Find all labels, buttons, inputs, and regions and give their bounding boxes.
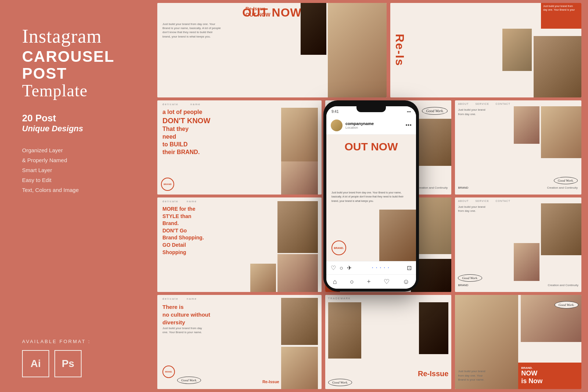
r4c3-body: Just build your brand from day one. Your… — [458, 369, 487, 382]
r3c3-good-work: Good Work. — [458, 274, 482, 282]
r4c1-photo2 — [281, 347, 318, 389]
r3c3-contact: CONTACT — [495, 200, 510, 202]
r3c3-bottom-row: BRAND Creation and Continuity — [458, 284, 578, 287]
r4c2-photo2 — [419, 302, 448, 354]
r4c3-good-work-oval: Good Work. — [555, 301, 578, 309]
r2c2-good-work: Good Work. — [422, 107, 448, 115]
r4c2-re-issue: Re-Issue — [418, 370, 448, 378]
r4c3-now-is-now: NOWis Now — [521, 370, 578, 385]
r2c1-name: name — [190, 103, 201, 106]
r4c3-brand-now-box: BRAND. NOWis Now — [518, 363, 581, 389]
r4c3-good-work: Good Work. — [555, 301, 578, 309]
r2c3-body: Just build your brand from day one. — [458, 108, 487, 117]
title-carousel: CAROUSEL POST — [22, 48, 136, 82]
r3c3-photo1 — [541, 203, 581, 255]
card-r1c2: Just build your brand fromday one. Your … — [390, 3, 581, 97]
sidebar-title-area: Instagram CAROUSEL POST Template 20 Post… — [22, 26, 136, 195]
card-r3c3: ABOUT SERVICE CONTACT Just build your br… — [455, 197, 581, 292]
ig-heart-icon[interactable]: ♡ — [331, 264, 336, 271]
r2c1-photo2 — [281, 161, 318, 195]
r2c3-bottom-row: BRAND Creation and Continuity — [458, 186, 578, 189]
ig-profile-icon[interactable]: ☺ — [403, 278, 409, 286]
ig-brand-stamp: BRAND. — [331, 240, 346, 255]
r4c1-brand-label: BRAND. — [165, 371, 172, 373]
r3c3-creation: Creation and Continuity — [548, 284, 578, 287]
feature-4: Text, Colors and Image — [22, 185, 136, 195]
r1c2-orange-bar: Just build your brand fromday one. Your … — [541, 3, 581, 29]
ig-user-info: companyname Location — [345, 121, 374, 129]
ig-comment-icon[interactable]: ○ — [340, 265, 343, 271]
r3c1-photo2 — [277, 254, 318, 292]
ig-bookmark-icon[interactable]: ⊡ — [407, 264, 412, 271]
r2c1-main: a lot of peopleDON'T KNOWThat theyneedto… — [162, 108, 236, 156]
format-ai-box: Ai — [22, 350, 49, 377]
r2c3-good-work-oval: Good Work. — [554, 177, 578, 184]
r1c2-vertical-text: Re-Is — [390, 3, 409, 97]
available-format-section: AVAILABLE FORMAT : Ai Ps — [22, 339, 136, 377]
card-r2c3: ABOUT SERVICE CONTACT Just build your br… — [455, 100, 581, 195]
r4c2-good-work-oval: Good Work. — [328, 379, 352, 386]
card-r4c1: delicate name There isno culture without… — [157, 295, 322, 389]
ig-nav-bar: ⌂ ○ + ♡ ☺ — [326, 274, 416, 289]
r3c1-photo1 — [277, 201, 318, 253]
r1c1-photo2 — [301, 3, 326, 55]
ps-label: Ps — [62, 358, 74, 370]
title-post: Template — [22, 82, 136, 99]
r4c1-photo1 — [281, 298, 318, 345]
feature-1: Organized Layer& Properly Named — [22, 145, 136, 165]
r3c3-body: Just build your brand from day one. — [458, 205, 487, 213]
r1c2-bar-text: Just build your brand fromday one. Your … — [543, 4, 575, 12]
r2c1-delicate: delicate — [162, 103, 179, 106]
r3c1-name: name — [187, 200, 197, 203]
ig-location: Location — [345, 126, 374, 129]
out-now-sub: OUT NOW — [245, 12, 270, 18]
r4c1-re-issue: Re-Issue — [262, 379, 279, 384]
ig-post-image: OUT NOW Just build your brand from day o… — [326, 135, 416, 261]
r1c1-body: Just build your brand from day one. Your… — [162, 22, 221, 39]
r4c1-brand-stamp: BRAND. — [162, 366, 175, 378]
r3c1-photo3 — [250, 264, 276, 292]
ig-out-now-text: OUT NOW — [331, 140, 411, 153]
r4c2-good-work: Good Work. — [328, 378, 352, 386]
ig-more-dots[interactable]: ••• — [405, 122, 412, 129]
r3c3-brand-bottom: BRAND — [458, 284, 468, 287]
title-instagram: Instagram — [22, 26, 136, 47]
r2c1-brand-stamp: BRAND — [161, 178, 174, 191]
ig-home-icon[interactable]: ⌂ — [333, 278, 337, 286]
ig-body-text: Just build your brand from day one. Your… — [331, 190, 411, 203]
ai-label: Ai — [31, 358, 41, 370]
ig-search-nav-icon[interactable]: ○ — [350, 278, 354, 286]
r4c1-main: There isno culture withoutdiversity — [162, 303, 232, 326]
r3c1-delicate: delicate — [162, 200, 179, 203]
ig-avatar — [331, 120, 343, 131]
r2c3-creation: Creation and Continuity — [547, 186, 578, 189]
r2c3-about: ABOUT — [458, 103, 469, 105]
r1c2-re-is: Re-Is — [393, 34, 406, 66]
feature-3: Easy to Edit — [22, 175, 136, 185]
r2c3-photo1 — [541, 106, 581, 158]
card-r4c2: TRADEMARK Good Work. Re-Issue — [325, 295, 452, 389]
format-ps-box: Ps — [54, 350, 82, 377]
ig-actions-bar: ♡ ○ ✈ • • • • • ⊡ — [326, 261, 416, 274]
ig-reels-icon[interactable]: ♡ — [384, 278, 390, 286]
r4c1-delicate: delicate — [162, 297, 179, 300]
available-format-label: AVAILABLE FORMAT : — [22, 339, 136, 344]
r3c3-about: ABOUT — [458, 200, 469, 202]
r4c1-name: name — [187, 297, 197, 300]
ig-header: companyname Location ••• — [326, 117, 416, 135]
good-work-oval: Good Work. — [422, 107, 448, 115]
r4c2-photo1 — [328, 302, 361, 359]
ig-add-icon[interactable]: + — [367, 278, 371, 286]
r1c1-photo1 — [328, 3, 387, 97]
r2c3-good-work: Good Work. — [554, 177, 578, 184]
ig-carousel-dots: • • • • • — [355, 266, 407, 270]
ig-brand-text: BRAND. — [334, 247, 344, 249]
r4c1-body: Just build your brand from day one. Your… — [162, 326, 203, 334]
ig-woman-photo — [379, 210, 416, 261]
ig-share-icon[interactable]: ✈ — [347, 264, 352, 271]
post-count-number: 20 Post — [22, 113, 136, 124]
content-area: OUT NOW Re-Issue OUT NOW Just build your… — [154, 0, 588, 392]
preview-row-4: delicate name There isno culture without… — [157, 295, 581, 389]
r2c3-service: SERVICE — [475, 103, 489, 105]
r4c3-brand-label: BRAND. — [521, 366, 578, 370]
